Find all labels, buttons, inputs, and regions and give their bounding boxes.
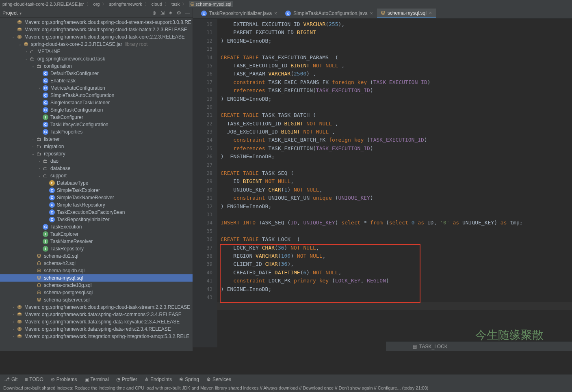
tree-item[interactable]: ›🗀dao (0, 157, 193, 165)
tree-item[interactable]: ⌄🗀repository (0, 150, 193, 157)
tree-item[interactable]: CTaskExecutionDaoFactoryBean (0, 209, 193, 216)
editor-tab[interactable]: CTaskRepositoryInitializer.java× (197, 9, 281, 18)
tool-window-services[interactable]: ⚙Services (206, 377, 231, 382)
tree-item[interactable]: ›🗀META-INF (0, 48, 193, 55)
code-line[interactable]: references TASK_EXECUTION(TASK_EXECUTION… (221, 144, 572, 153)
tree-item[interactable]: ITaskNameResolver (0, 238, 193, 245)
tree-item[interactable]: ITaskExplorer (0, 230, 193, 238)
notification-bar[interactable]: Download pre-built shared indexes: Reduc… (0, 384, 572, 392)
code-line[interactable]: constraint UNIQUE_KEY_UN unique (UNIQUE_… (221, 194, 572, 202)
tree-item[interactable]: CEnableTask (0, 77, 193, 84)
tree-item[interactable]: CSimpleTaskExplorer (0, 187, 193, 194)
code-line[interactable]: CLIENT_ID CHAR(36), (221, 260, 572, 268)
tree-item[interactable]: ⛃Maven: org.springframework.cloud:spring… (0, 26, 193, 33)
code-line[interactable]: ) ENGINE=InnoDB; (221, 95, 572, 103)
tool-window-terminal[interactable]: ▣Terminal (84, 377, 109, 382)
editor-tab[interactable]: ⛁schema-mysql.sql× (377, 9, 436, 18)
code-line[interactable]: CREATE TABLE TASK_TASK_BATCH ( (221, 111, 572, 119)
tree-item[interactable]: CSimpleTaskNameResolver (0, 194, 193, 201)
code-line[interactable]: LOCK_KEY CHAR(36) NOT NULL, (221, 244, 572, 252)
tool-window-profiler[interactable]: ◔Profiler (116, 377, 137, 382)
code-line[interactable]: TASK_EXECUTION_ID BIGINT NOT NULL , (221, 120, 572, 128)
expand-icon[interactable]: ⇲ (160, 10, 165, 16)
code-line[interactable]: TASK_PARAM VARCHAR(2500) , (221, 70, 572, 78)
code-line[interactable]: ) ENGINE=InnoDB; (221, 285, 572, 293)
tree-item[interactable]: CSingleInstanceTaskListener (0, 99, 193, 106)
code-line[interactable] (221, 103, 572, 111)
tree-item[interactable]: EDatabaseType (0, 179, 193, 187)
code-line[interactable]: constraint TASK_EXEC_PARAMS_FK foreign k… (221, 78, 572, 86)
code-line[interactable] (221, 293, 572, 302)
tree-item[interactable]: ›🗀database (0, 165, 193, 172)
code-line[interactable]: CREATED_DATE DATETIME(6) NOT NULL, (221, 269, 572, 277)
tree-item[interactable]: ITaskConfigurer (0, 114, 193, 121)
tree-item[interactable]: ⌄🗀configuration (0, 62, 193, 70)
tree-item[interactable]: CTaskRepositoryInitializer (0, 216, 193, 223)
tool-window-endpoints[interactable]: ⋔Endpoints (145, 377, 172, 382)
tree-item[interactable]: ⛁schema-sqlserver.sql (0, 296, 193, 304)
close-tab-icon[interactable]: × (274, 11, 277, 16)
tree-item[interactable]: CDefaultTaskConfigurer (0, 70, 193, 77)
tree-item[interactable]: ⛁schema-mysql.sql (0, 274, 193, 282)
code-line[interactable]: PARENT_EXECUTION_ID BIGINT (221, 28, 572, 37)
code-line[interactable]: CREATE TABLE TASK_SEQ ( (221, 169, 572, 177)
code-line[interactable]: CREATE TABLE TASK_LOCK ( (221, 235, 572, 243)
tree-item[interactable]: ⛁schema-db2.sql (0, 252, 193, 260)
locate-icon[interactable]: ⊕ (152, 10, 156, 16)
code-line[interactable]: TASK_EXECUTION_ID BIGINT NOT NULL , (221, 62, 572, 70)
code-editor[interactable]: EXTERNAL_EXECUTION_ID VARCHAR(255), PARE… (217, 19, 572, 347)
tree-item[interactable]: CTaskLifecycleConfiguration (0, 121, 193, 128)
tree-item[interactable]: ITaskRepository (0, 245, 193, 252)
tool-window-todo[interactable]: ≡TODO (25, 377, 43, 382)
code-line[interactable] (221, 211, 572, 219)
editor-breadcrumb[interactable]: ▦ TASK_LOCK (386, 341, 572, 351)
tree-item[interactable]: ›⛃Maven: org.springframework.data:spring… (0, 325, 193, 333)
code-line[interactable] (221, 45, 572, 53)
tree-item[interactable]: ›⛃Maven: org.springframework.data:spring… (0, 311, 193, 318)
editor-tab[interactable]: CSimpleTaskAutoConfiguration.java× (281, 9, 377, 18)
tree-item[interactable]: CSingleTaskConfiguration (0, 106, 193, 114)
code-line[interactable]: EXTERNAL_EXECUTION_ID VARCHAR(255), (221, 20, 572, 28)
tree-item[interactable]: ⌄⛃Maven: org.springframework.cloud:sprin… (0, 33, 193, 41)
code-line[interactable]: ID BIGINT NOT NULL, (221, 177, 572, 185)
tree-item[interactable]: ›⛃Maven: org.springframework.integration… (0, 333, 193, 340)
project-tree[interactable]: ⛃Maven: org.springframework.cloud:spring… (0, 18, 193, 341)
code-line[interactable] (221, 227, 572, 235)
tree-item[interactable]: ⛁schema-postgresql.sql (0, 289, 193, 296)
code-line[interactable]: ) ENGINE=InnoDB; (221, 202, 572, 211)
tool-window-spring[interactable]: ❀Spring (179, 377, 199, 382)
close-tab-icon[interactable]: × (370, 11, 373, 16)
tree-item[interactable]: ›⛃Maven: org.springframework.cloud:sprin… (0, 304, 193, 311)
tree-item[interactable]: CSimpleTaskAutoConfiguration (0, 92, 193, 99)
project-view-dropdown[interactable]: Project ▼ (2, 10, 22, 16)
code-line[interactable]: CREATE TABLE TASK_EXECUTION_PARAMS ( (221, 54, 572, 62)
code-line[interactable]: JOB_EXECUTION_ID BIGINT NOT NULL , (221, 128, 572, 136)
code-line[interactable]: INSERT INTO TASK_SEQ (ID, UNIQUE_KEY) se… (221, 219, 572, 227)
settings-icon[interactable]: ⚙ (177, 10, 181, 16)
code-line[interactable]: constraint LOCK_PK primary key (LOCK_KEY… (221, 277, 572, 285)
tree-item[interactable]: CSimpleTaskRepository (0, 201, 193, 209)
close-tab-icon[interactable]: × (429, 10, 432, 16)
tool-window-problems[interactable]: ⊘Problems (51, 377, 77, 382)
tree-item[interactable]: ⛁schema-h2.sql (0, 260, 193, 267)
code-line[interactable]: REGION VARCHAR(100) NOT NULL, (221, 252, 572, 260)
code-line[interactable] (221, 161, 572, 169)
code-line[interactable]: constraint TASK_EXEC_BATCH_FK foreign ke… (221, 136, 572, 144)
collapse-icon[interactable]: ✶ (169, 10, 173, 16)
tree-item[interactable]: ⛃Maven: org.springframework.cloud:spring… (0, 19, 193, 26)
code-line[interactable]: ) ENGINE=InnoDB; (221, 153, 572, 161)
hide-icon[interactable]: — (185, 10, 190, 16)
tree-item[interactable]: ⌄🗀support (0, 172, 193, 179)
tree-item[interactable]: CTaskProperties (0, 128, 193, 136)
tool-window-git[interactable]: ⎇Git (4, 377, 17, 382)
code-line[interactable]: ) ENGINE=InnoDB; (221, 37, 572, 45)
tree-item[interactable]: ⌄⛃spring-cloud-task-core-2.2.3.RELEASE.j… (0, 41, 193, 48)
tree-item[interactable]: ⌄🗀org.springframework.cloud.task (0, 55, 193, 62)
tree-item[interactable]: ⛁schema-hsqldb.sql (0, 267, 193, 274)
code-line[interactable]: references TASK_EXECUTION(TASK_EXECUTION… (221, 86, 572, 95)
tree-item[interactable]: CTaskExecution (0, 223, 193, 230)
tree-item[interactable]: ›CMetricsAutoConfiguration (0, 84, 193, 92)
code-line[interactable]: UNIQUE_KEY CHAR(1) NOT NULL, (221, 186, 572, 194)
tree-item[interactable]: ›🗀listener (0, 136, 193, 143)
tree-item[interactable]: ⛁schema-oracle10g.sql (0, 282, 193, 289)
